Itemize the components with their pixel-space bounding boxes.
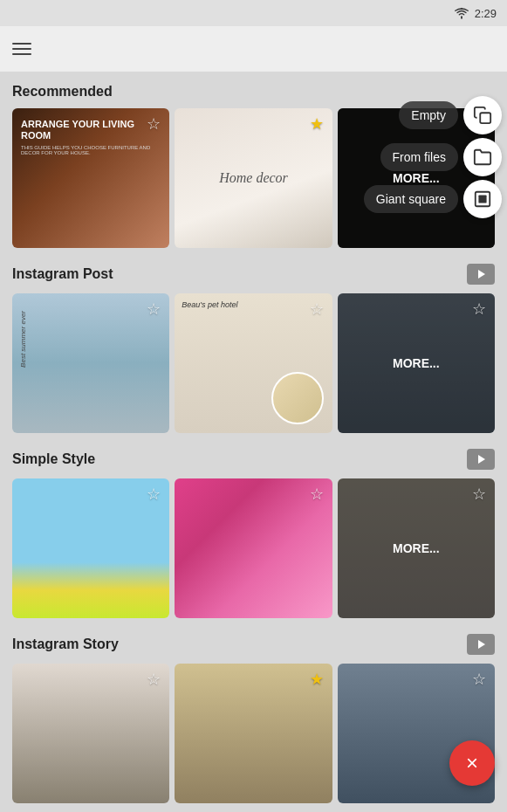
svg-marker-6 — [478, 640, 485, 649]
context-giant-btn[interactable] — [463, 180, 502, 218]
star-pet[interactable]: ☆ — [306, 299, 327, 320]
hamburger-line-1 — [12, 43, 31, 45]
cards-grid-instagram-story: ☆ ★ ☆ — [12, 664, 495, 803]
copy-icon — [473, 106, 492, 125]
star-camp[interactable]: ☆ — [469, 299, 490, 320]
section-title-simple-style: Simple Style — [12, 451, 95, 467]
card-living-room[interactable]: ARRANGE YOUR LIVING ROOM THIS GUIDE HELP… — [12, 108, 169, 248]
status-bar: 2:29 — [0, 0, 507, 26]
section-header-instagram-story: Instagram Story — [12, 634, 495, 655]
star-story3[interactable]: ☆ — [469, 669, 490, 690]
context-menu-row-giant: Giant square — [364, 180, 502, 218]
hamburger-line-3 — [12, 53, 31, 55]
simple3-more-text: MORE... — [393, 541, 440, 555]
card-summer[interactable]: Best summer ever ☆ — [12, 293, 169, 433]
card-living-title: ARRANGE YOUR LIVING ROOM — [21, 119, 161, 141]
star-living[interactable]: ☆ — [143, 114, 164, 134]
section-title-instagram-story: Instagram Story — [12, 637, 119, 652]
star-icon-pet: ☆ — [310, 301, 324, 317]
star-icon-story1: ☆ — [147, 671, 161, 687]
star-summer[interactable]: ☆ — [143, 299, 164, 320]
star-flowers[interactable]: ☆ — [143, 484, 164, 505]
card-pet[interactable]: Beau's pet hotel ☆ — [175, 293, 332, 433]
star-icon-living: ☆ — [147, 116, 161, 132]
card-homedecor-text: Home decor — [219, 170, 288, 186]
status-time: 2:29 — [475, 7, 497, 20]
section-header-instagram-post: Instagram Post — [12, 264, 495, 285]
main-content: Recommended ARRANGE YOUR LIVING ROOM THI… — [0, 72, 507, 812]
card-pet-title: Beau's pet hotel — [182, 300, 237, 309]
card-story-2[interactable]: ★ — [175, 664, 332, 803]
square-icon — [473, 189, 492, 209]
svg-marker-1 — [478, 270, 485, 279]
card-story-1[interactable]: ☆ — [12, 664, 169, 803]
context-menu-row-empty: Empty — [364, 96, 502, 134]
fab-close-icon: × — [466, 753, 478, 774]
context-giant-label[interactable]: Giant square — [364, 185, 458, 213]
camp-more-text: MORE... — [393, 356, 440, 370]
svg-rect-5 — [478, 195, 486, 203]
card-homedecor[interactable]: Home decor ★ — [175, 108, 332, 248]
star-icon-story3: ☆ — [472, 671, 486, 687]
star-icon-camp: ☆ — [472, 301, 486, 317]
section-simple-style: Simple Style ☆ ☆ — [12, 449, 495, 618]
star-roses[interactable]: ☆ — [306, 484, 327, 505]
play-icon-story — [476, 639, 486, 650]
star-icon-story2: ★ — [310, 671, 324, 687]
context-menu: Empty From files Giant square — [364, 96, 502, 218]
play-icon — [476, 269, 486, 279]
play-btn-simple-style[interactable] — [467, 449, 495, 470]
star-icon-summer: ☆ — [147, 301, 161, 317]
cards-grid-simple-style: ☆ ☆ MORE... ☆ — [12, 478, 495, 618]
section-instagram-story: Instagram Story ☆ ★ — [12, 634, 495, 803]
star-icon-roses: ☆ — [310, 486, 324, 502]
star-simple3[interactable]: ☆ — [469, 484, 490, 505]
play-btn-instagram-story[interactable] — [467, 634, 495, 655]
context-menu-row-files: From files — [364, 138, 502, 176]
star-homedecor[interactable]: ★ — [306, 114, 327, 134]
star-story1[interactable]: ☆ — [143, 669, 164, 690]
card-camp[interactable]: MORE... ☆ — [338, 293, 495, 433]
cards-grid-instagram-post: Best summer ever ☆ Beau's pet hotel ☆ — [12, 293, 495, 433]
hamburger-line-2 — [12, 48, 31, 50]
section-title-recommended: Recommended — [12, 84, 113, 100]
card-simple3[interactable]: MORE... ☆ — [338, 478, 495, 618]
fab-close-button[interactable]: × — [449, 740, 495, 786]
section-instagram-post: Instagram Post Best summer ever ☆ Bea — [12, 264, 495, 433]
svg-marker-2 — [478, 455, 485, 464]
context-empty-label[interactable]: Empty — [399, 101, 458, 129]
top-bar — [0, 26, 507, 72]
star-icon-flowers: ☆ — [147, 486, 161, 502]
section-title-instagram-post: Instagram Post — [12, 266, 113, 282]
svg-rect-3 — [480, 113, 490, 123]
play-icon-simple — [476, 454, 486, 464]
section-header-simple-style: Simple Style — [12, 449, 495, 470]
folder-icon — [473, 148, 492, 167]
context-files-label[interactable]: From files — [380, 143, 458, 171]
card-summer-text: Best summer ever — [19, 311, 27, 368]
star-story2[interactable]: ★ — [306, 669, 327, 690]
card-pet-circle — [271, 372, 324, 424]
hamburger-menu[interactable] — [12, 43, 31, 55]
wifi-icon — [454, 7, 469, 19]
context-empty-btn[interactable] — [463, 96, 502, 134]
card-living-subtitle: THIS GUIDE HELPS YOU CHOOSE FURNITURE AN… — [21, 145, 161, 155]
card-roses[interactable]: ☆ — [175, 478, 332, 618]
play-btn-instagram-post[interactable] — [467, 264, 495, 285]
star-icon-homedecor: ★ — [310, 116, 324, 132]
context-files-btn[interactable] — [463, 138, 502, 176]
star-icon-simple3: ☆ — [472, 486, 486, 502]
card-flowers-blue[interactable]: ☆ — [12, 478, 169, 618]
